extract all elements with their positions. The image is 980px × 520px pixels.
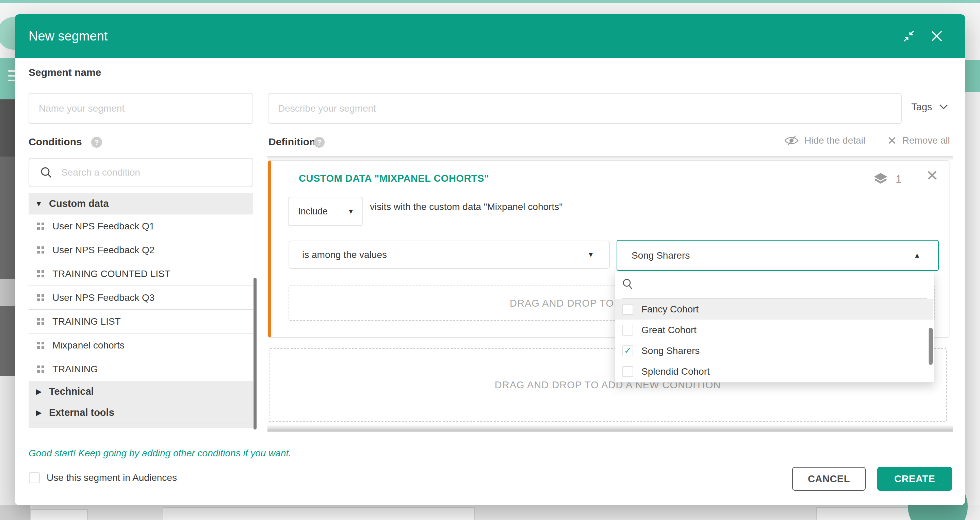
option-label: Song Sharers	[641, 345, 700, 356]
new-segment-modal: New segment Segment name Tags Condi	[15, 14, 965, 505]
condition-item-label: User NPS Feedback Q2	[52, 245, 154, 256]
background-top-strip	[0, 0, 980, 3]
operator-value: is among the values	[302, 250, 387, 260]
collapse-icon[interactable]	[902, 29, 916, 43]
drag-handle-icon	[29, 318, 52, 325]
drag-handle-icon	[29, 294, 52, 301]
close-icon[interactable]	[930, 29, 943, 43]
background-content-box	[163, 507, 475, 520]
chevron-down-icon	[939, 104, 948, 110]
triangle-up-icon: ▲	[914, 251, 920, 259]
group-technical[interactable]: ▶ Technical	[29, 381, 253, 402]
modal-title: New segment	[29, 29, 108, 44]
dropdown-option[interactable]: Fancy Cohort	[615, 299, 933, 320]
background-sidebar-segment	[0, 99, 15, 157]
value-dropdown[interactable]: Song Sharers ▲	[617, 240, 939, 271]
condition-item-label: User NPS Feedback Q1	[52, 221, 154, 232]
drag-handle-icon	[29, 246, 52, 254]
value-dropdown-panel: Fancy Cohort Great Cohort Song Sharers S…	[614, 271, 934, 383]
close-icon: ✕	[887, 135, 897, 146]
segment-description-input[interactable]	[268, 93, 902, 124]
dropdown-scrollbar[interactable]	[929, 328, 933, 365]
condition-sentence: visits with the custom data "Mixpanel co…	[370, 202, 563, 212]
drag-handle-icon	[29, 270, 52, 277]
background-content-box	[30, 509, 88, 520]
condition-item-label: Mixpanel cohorts	[52, 340, 124, 351]
triangle-right-icon: ▶	[29, 409, 49, 417]
group-custom-data[interactable]: ▼ Custom data	[29, 193, 253, 215]
triangle-down-icon: ▼	[587, 251, 594, 259]
layer-counter: 1	[873, 172, 902, 186]
condition-item[interactable]: TRAINING LIST	[29, 310, 253, 334]
conditions-list: ▼ Custom data User NPS Feedback Q1 User …	[29, 193, 253, 434]
layer-count: 1	[896, 173, 902, 186]
segment-name-label: Segment name	[29, 67, 101, 78]
modal-header: New segment	[15, 14, 965, 58]
hide-detail-button[interactable]: Hide the detail	[784, 134, 865, 147]
selected-value: Song Sharers	[632, 250, 690, 261]
definition-tools: Hide the detail ✕ Remove all	[784, 134, 950, 147]
background-sidebar-segment	[0, 306, 15, 376]
group-external-tools[interactable]: ▶ External tools	[29, 402, 253, 423]
help-icon[interactable]: ?	[314, 137, 325, 148]
triangle-down-icon: ▼	[29, 199, 49, 208]
checkbox-checked[interactable]	[622, 345, 633, 356]
segment-name-input[interactable]	[29, 93, 253, 124]
condition-item[interactable]: User NPS Feedback Q2	[29, 238, 253, 262]
operator-dropdown[interactable]: is among the values ▼	[288, 241, 610, 269]
option-label: Fancy Cohort	[641, 304, 698, 315]
dropdown-option[interactable]: Great Cohort	[615, 320, 933, 340]
condition-item[interactable]: User NPS Feedback Q3	[29, 286, 253, 310]
dropdown-option[interactable]: Splendid Cohort	[615, 361, 933, 382]
hamburger-icon	[8, 70, 16, 84]
search-icon	[40, 166, 52, 179]
conditions-scrollbar[interactable]	[253, 278, 256, 429]
condition-item[interactable]: TRAINING COUNTED LIST	[29, 262, 253, 286]
encouragement-hint: Good start! Keep going by adding other c…	[29, 448, 291, 459]
tags-dropdown[interactable]: Tags	[911, 100, 948, 114]
remove-all-button[interactable]: ✕ Remove all	[887, 135, 950, 146]
remove-all-label: Remove all	[902, 135, 950, 146]
condition-item-label: TRAINING COUNTED LIST	[52, 269, 170, 279]
conditions-label: Conditions	[29, 136, 82, 148]
condition-item-label: TRAINING	[52, 364, 98, 375]
close-icon[interactable]: ✕	[926, 168, 939, 183]
help-icon[interactable]: ?	[91, 137, 102, 148]
background-sidebar-segment	[0, 376, 15, 520]
group-label: External tools	[49, 407, 115, 418]
audiences-checkbox[interactable]	[29, 472, 40, 483]
eye-slash-icon	[784, 134, 799, 147]
drag-handle-icon	[29, 366, 52, 373]
condition-item-label: TRAINING LIST	[52, 316, 121, 327]
option-label: Splendid Cohort	[641, 366, 710, 377]
include-dropdown[interactable]: Include ▼	[288, 197, 363, 226]
condition-search-input[interactable]	[61, 167, 238, 178]
condition-card-title: CUSTOM DATA "MIXPANEL COHORTS"	[299, 173, 489, 184]
group-label: Custom data	[49, 198, 109, 209]
background-sidebar-segment	[0, 279, 15, 306]
checkbox-unchecked[interactable]	[622, 366, 633, 377]
condition-item[interactable]: Mixpanel cohorts	[29, 334, 253, 357]
condition-search	[29, 158, 253, 187]
triangle-down-icon: ▼	[347, 208, 354, 215]
background-menu-button	[0, 58, 15, 99]
checkbox-unchecked[interactable]	[622, 304, 633, 315]
checkbox-unchecked[interactable]	[622, 324, 633, 336]
create-button[interactable]: CREATE	[877, 467, 952, 491]
definition-label: Definition	[269, 136, 315, 148]
group-partially-visible	[29, 423, 253, 428]
cancel-button[interactable]: CANCEL	[792, 467, 865, 491]
background-sidebar-segment	[0, 157, 15, 279]
option-label: Great Cohort	[641, 324, 697, 336]
group-label: Technical	[49, 386, 94, 397]
layers-icon	[873, 172, 888, 186]
drag-handle-icon	[29, 223, 52, 230]
drag-handle-icon	[29, 342, 52, 349]
condition-item[interactable]: TRAINING	[29, 357, 253, 381]
background-header-fragment	[965, 60, 980, 92]
triangle-right-icon: ▶	[29, 387, 49, 396]
condition-item[interactable]: User NPS Feedback Q1	[29, 215, 253, 238]
background-page-bottom-left	[0, 505, 30, 520]
dropdown-option[interactable]: Song Sharers	[615, 340, 933, 361]
include-value: Include	[298, 206, 328, 217]
